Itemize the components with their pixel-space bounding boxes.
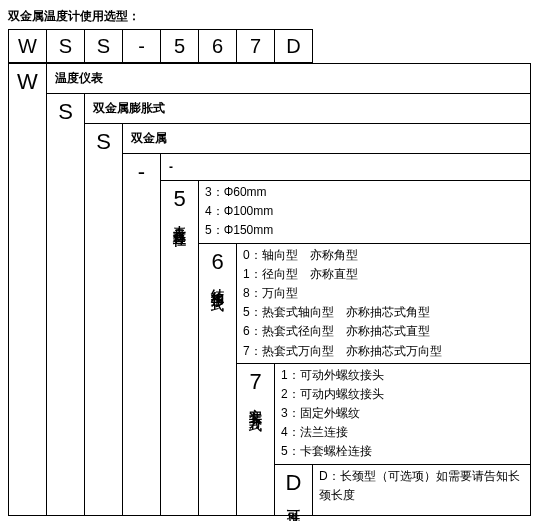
l5-char: 5 xyxy=(162,187,197,211)
l5-opt: 5：Φ150mm xyxy=(205,221,524,240)
selection-table: W S S - 5 6 7 D xyxy=(8,29,525,63)
code-cell: W xyxy=(9,30,47,63)
l6-opt: 7：热套式万向型 亦称抽芯式万向型 xyxy=(243,342,524,361)
l6-label-cell: 6 结构形式 xyxy=(199,243,237,515)
l5-opt: 4：Φ100mm xyxy=(205,202,524,221)
l5-label: 表盘直径 xyxy=(171,215,189,227)
l5-label-cell: 5 表盘直径 xyxy=(161,181,199,516)
l3-label-cell: S xyxy=(85,124,123,516)
l3-char: S xyxy=(86,130,121,154)
l7-options: 1：可动外螺纹接头 2：可动内螺纹接头 3：固定外螺纹 4：法兰连接 5：卡套螺… xyxy=(275,363,531,464)
l7-opt: 3：固定外螺纹 xyxy=(281,404,524,423)
l7-label: 安装方式 xyxy=(247,398,265,410)
l4-label-cell: - xyxy=(123,154,161,516)
l7-opt: 1：可动外螺纹接头 xyxy=(281,366,524,385)
l3-desc: 双金属 xyxy=(123,124,531,154)
l6-opt: 8：万向型 xyxy=(243,284,524,303)
code-cell: 6 xyxy=(199,30,237,63)
l1-desc: 温度仪表 xyxy=(47,64,531,94)
l8-label: 可选 xyxy=(285,499,303,505)
code-row: W S S - 5 6 7 D xyxy=(9,30,526,63)
l4-char: - xyxy=(124,160,159,184)
l7-opt: 4：法兰连接 xyxy=(281,423,524,442)
code-cell: 5 xyxy=(161,30,199,63)
code-cell: S xyxy=(85,30,123,63)
l6-char: 6 xyxy=(200,250,235,274)
l8-opt: D：长颈型（可选项）如需要请告知长颈长度 xyxy=(319,467,524,505)
page-title: 双金属温度计使用选型： xyxy=(8,8,534,25)
l6-opt: 5：热套式轴向型 亦称抽芯式角型 xyxy=(243,303,524,322)
l4-desc: - xyxy=(161,154,531,181)
code-cell: D xyxy=(275,30,313,63)
l6-opt: 1：径向型 亦称直型 xyxy=(243,265,524,284)
l8-options: D：长颈型（可选项）如需要请告知长颈长度 xyxy=(313,464,531,515)
l6-opt: 0：轴向型 亦称角型 xyxy=(243,246,524,265)
code-cell: - xyxy=(123,30,161,63)
l7-label-cell: 7 安装方式 xyxy=(237,363,275,515)
detail-table: W 温度仪表 S 双金属膨胀式 S 双金属 - - 5 表盘直径 3：Φ60mm… xyxy=(8,63,531,516)
l7-char: 7 xyxy=(238,370,273,394)
l2-desc: 双金属膨胀式 xyxy=(85,94,531,124)
l6-options: 0：轴向型 亦称角型 1：径向型 亦称直型 8：万向型 5：热套式轴向型 亦称抽… xyxy=(237,243,531,363)
l6-opt: 6：热套式径向型 亦称抽芯式直型 xyxy=(243,322,524,341)
l5-options: 3：Φ60mm 4：Φ100mm 5：Φ150mm xyxy=(199,181,531,244)
l8-label-cell: D 可选 xyxy=(275,464,313,515)
l8-char: D xyxy=(276,471,311,495)
l2-label-cell: S xyxy=(47,94,85,516)
l6-label: 结构形式 xyxy=(209,278,227,290)
l1-char: W xyxy=(10,70,45,94)
l2-char: S xyxy=(48,100,83,124)
l7-opt: 2：可动内螺纹接头 xyxy=(281,385,524,404)
l5-opt: 3：Φ60mm xyxy=(205,183,524,202)
l1-label-cell: W xyxy=(9,64,47,516)
l7-opt: 5：卡套螺栓连接 xyxy=(281,442,524,461)
code-cell: 7 xyxy=(237,30,275,63)
code-cell: S xyxy=(47,30,85,63)
